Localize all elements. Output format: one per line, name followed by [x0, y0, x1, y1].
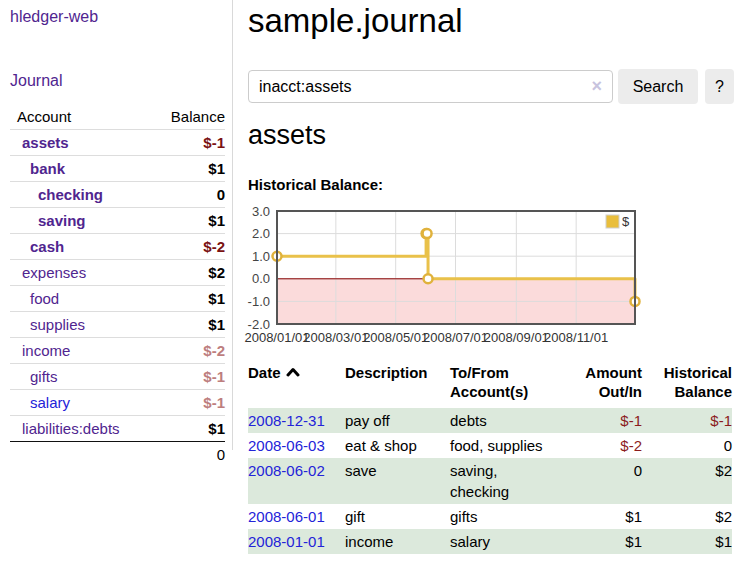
svg-text:2.0: 2.0 [252, 226, 270, 241]
account-page-title: assets [248, 120, 326, 151]
historical-balance-chart: 3.02.01.00.0-1.0-2.02008/01/012008/03/01… [234, 204, 704, 355]
sidebar-item-journal[interactable]: Journal [10, 72, 62, 90]
account-balance: $-1 [203, 394, 225, 411]
transaction-date-link[interactable]: 2008-06-01 [248, 508, 325, 525]
transaction-accounts: debts [450, 408, 580, 433]
sidebar: hledger-web Journal Account Balance asse… [0, 0, 233, 450]
account-row-bank: bank $1 [10, 155, 225, 181]
account-balance: $2 [208, 264, 225, 281]
svg-text:2008/01/01: 2008/01/01 [244, 330, 309, 345]
accounts-tree: Account Balance assets $-1 bank $1 check… [10, 104, 225, 467]
transaction-amount: $-2 [580, 433, 642, 458]
account-balance: $1 [208, 212, 225, 229]
transaction-date-link[interactable]: 2008-01-01 [248, 533, 325, 550]
transaction-balance: $-1 [642, 408, 732, 433]
accounts-header-row: Account Balance [10, 104, 225, 129]
register-row: 2008-06-01 gift gifts $1 $2 [248, 504, 732, 529]
account-balance: $-1 [203, 134, 225, 151]
transaction-description: income [345, 529, 450, 554]
account-balance: $1 [208, 290, 225, 307]
account-balance: $-1 [203, 368, 225, 385]
help-button[interactable]: ? [705, 69, 734, 104]
account-balance: $1 [208, 316, 225, 333]
account-link-expenses[interactable]: expenses [22, 264, 208, 281]
svg-text:-1.0: -1.0 [248, 294, 270, 309]
svg-text:1.0: 1.0 [252, 249, 270, 264]
transaction-description: eat & shop [345, 433, 450, 458]
account-link-food[interactable]: food [30, 290, 208, 307]
transaction-accounts: salary [450, 529, 580, 554]
chart-svg: 3.02.01.00.0-1.0-2.02008/01/012008/03/01… [234, 204, 704, 352]
column-header-date[interactable]: Date [248, 363, 345, 408]
account-row-assets: assets $-1 [10, 129, 225, 155]
transaction-description: pay off [345, 408, 450, 433]
accounts-total-value: 0 [217, 446, 225, 463]
transaction-description: gift [345, 504, 450, 529]
register-table: Date Description To/From Account(s) Amou… [248, 363, 732, 554]
account-link-saving[interactable]: saving [38, 212, 208, 229]
account-row-salary: salary $-1 [10, 389, 225, 415]
account-balance: $-2 [203, 238, 225, 255]
account-link-supplies[interactable]: supplies [30, 316, 208, 333]
search-button[interactable]: Search [618, 69, 698, 104]
register-row: 2008-06-03 eat & shop food, supplies $-2… [248, 433, 732, 458]
transaction-amount: 0 [580, 458, 642, 504]
svg-text:0.0: 0.0 [252, 271, 270, 286]
svg-text:2008/07/01: 2008/07/01 [423, 330, 488, 345]
sort-ascending-icon [286, 363, 300, 382]
accounts-total-row: 0 [10, 441, 225, 467]
transaction-accounts: food, supplies [450, 433, 580, 458]
transaction-balance: 0 [642, 433, 732, 458]
transaction-amount: $1 [580, 504, 642, 529]
clear-search-icon[interactable]: × [591, 76, 602, 96]
account-row-supplies: supplies $1 [10, 311, 225, 337]
page-title: sample.journal [248, 2, 463, 40]
transaction-accounts: gifts [450, 504, 580, 529]
column-header-description[interactable]: Description [345, 363, 450, 408]
svg-text:2008/11/01: 2008/11/01 [544, 330, 608, 345]
column-header-accounts[interactable]: To/From Account(s) [450, 363, 580, 408]
transaction-date-link[interactable]: 2008-12-31 [248, 412, 325, 429]
account-row-gifts: gifts $-1 [10, 363, 225, 389]
svg-text:2008/09/01: 2008/09/01 [484, 330, 549, 345]
account-row-cash: cash $-2 [10, 233, 225, 259]
svg-text:3.0: 3.0 [252, 204, 270, 219]
transaction-date-link[interactable]: 2008-06-03 [248, 437, 325, 454]
account-link-liabilities-debts[interactable]: liabilities:debts [22, 420, 208, 437]
account-link-bank[interactable]: bank [30, 160, 208, 177]
transaction-balance: $2 [642, 458, 732, 504]
transaction-balance: $1 [642, 529, 732, 554]
account-link-assets[interactable]: assets [22, 134, 203, 151]
app-brand-link[interactable]: hledger-web [10, 8, 98, 26]
account-link-salary[interactable]: salary [30, 394, 203, 411]
search-bar: × Search ? [248, 69, 734, 104]
search-input[interactable] [248, 70, 613, 103]
transaction-date-link[interactable]: 2008-06-02 [248, 462, 325, 479]
account-link-gifts[interactable]: gifts [30, 368, 203, 385]
column-header-amount[interactable]: Amount Out/In [580, 363, 642, 408]
account-link-income[interactable]: income [22, 342, 203, 359]
column-header-balance[interactable]: Historical Balance [642, 363, 732, 408]
account-row-food: food $1 [10, 285, 225, 311]
account-row-expenses: expenses $2 [10, 259, 225, 285]
account-link-cash[interactable]: cash [30, 238, 203, 255]
account-row-saving: saving $1 [10, 207, 225, 233]
register-row: 2008-06-02 save saving, checking 0 $2 [248, 458, 732, 504]
svg-text:2008/05/01: 2008/05/01 [363, 330, 428, 345]
account-balance: $-2 [203, 342, 225, 359]
transaction-amount: $-1 [580, 408, 642, 433]
transaction-accounts: saving, checking [450, 458, 580, 504]
accounts-col-account: Account [17, 108, 171, 125]
account-link-checking[interactable]: checking [38, 186, 217, 203]
account-balance: $1 [208, 420, 225, 437]
register-row: 2008-12-31 pay off debts $-1 $-1 [248, 408, 732, 433]
register-row: 2008-01-01 income salary $1 $1 [248, 529, 732, 554]
account-balance: $1 [208, 160, 225, 177]
svg-text:2008/03/01: 2008/03/01 [303, 330, 368, 345]
svg-text:$: $ [622, 214, 630, 229]
account-row-income: income $-2 [10, 337, 225, 363]
transaction-balance: $2 [642, 504, 732, 529]
register-header-row: Date Description To/From Account(s) Amou… [248, 363, 732, 408]
transaction-amount: $1 [580, 529, 642, 554]
account-row-liabilities-debts: liabilities:debts $1 [10, 415, 225, 441]
